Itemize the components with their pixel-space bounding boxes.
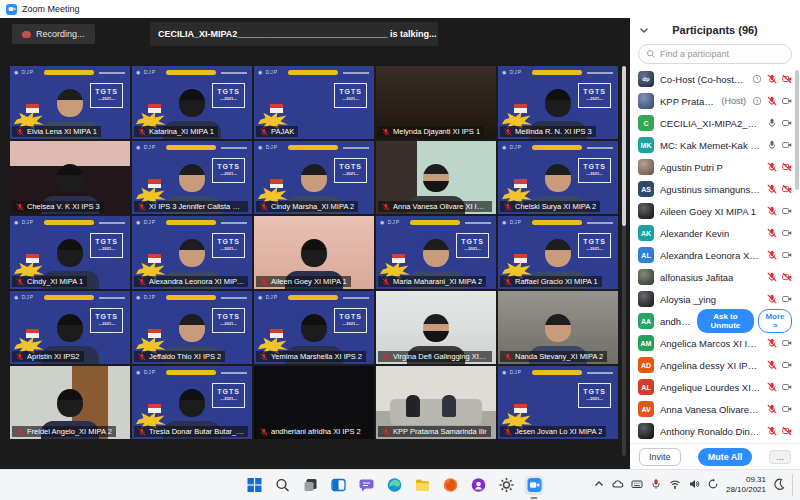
chevron-down-icon[interactable] bbox=[638, 24, 650, 36]
video-tile[interactable]: Chelsea V. K XI IPS 3 bbox=[10, 141, 130, 214]
video-tile[interactable]: ◉ DJP TGTS—2021— Maria Maharani_XI MIPA … bbox=[376, 216, 496, 289]
participant-row[interactable]: AM Angelica Marcos XI IPS 2 bbox=[630, 332, 800, 354]
video-tile[interactable]: ◉ DJP TGTS—2021— Cindy Marsha_XI MIPA 2 bbox=[254, 141, 374, 214]
video-tile[interactable]: ◉ DJP TGTS—2021— Elvia Lena XI MIPA 1 bbox=[10, 66, 130, 139]
indonesia-flag-graphic bbox=[270, 104, 283, 113]
participant-row[interactable]: AA andher...Ask to UnmuteMore > bbox=[630, 310, 800, 332]
video-tile[interactable]: andheriani afridha XI IPS 2 bbox=[254, 366, 374, 439]
participant-status-icons bbox=[752, 96, 792, 106]
participant-row[interactable]: AK Alexander Kevin bbox=[630, 222, 800, 244]
file-explorer-icon[interactable] bbox=[413, 476, 432, 495]
firefox-icon[interactable] bbox=[441, 476, 460, 495]
video-tile[interactable]: ◉ DJP TGTS—2021— Yemima Marshella XI IPS… bbox=[254, 291, 374, 364]
video-tile[interactable]: ◉ DJP TGTS—2021— Katarina_XI MIPA 1 bbox=[132, 66, 252, 139]
participant-name: alfonasius Jafitaa bbox=[660, 272, 733, 283]
more-options-button[interactable]: ... bbox=[769, 450, 791, 464]
video-tile[interactable]: ◉ DJP TGTS—2021— Jesen Jovan Lo XI MIPA … bbox=[498, 366, 618, 439]
search-icon[interactable] bbox=[273, 476, 292, 495]
video-on-icon bbox=[782, 118, 792, 128]
recording-clock-icon bbox=[752, 74, 762, 84]
chat-icon[interactable] bbox=[357, 476, 376, 495]
participant-row[interactable]: AL Alexandra Leonora XI MIPA 2 bbox=[630, 244, 800, 266]
video-tile[interactable]: ◉ DJP TGTS—2021— XI IPS 3 Jennifer Calis… bbox=[132, 141, 252, 214]
participant-row[interactable]: C CECILIA_XI-MIPA2____________. bbox=[630, 112, 800, 134]
video-tile[interactable]: ◉ DJP TGTS—2021— Jeffaldo Thio XI IPS 2 bbox=[132, 291, 252, 364]
settings-icon[interactable] bbox=[497, 476, 516, 495]
participant-name: Co-Host (Co-host, me) bbox=[660, 74, 746, 85]
participant-row[interactable]: AD Angelina dessy XI IPS 2 bbox=[630, 354, 800, 376]
widgets-icon[interactable] bbox=[329, 476, 348, 495]
mic-muted-icon bbox=[767, 382, 777, 392]
keyboard-icon[interactable] bbox=[631, 476, 643, 494]
video-tile[interactable]: ◉ DJP TGTS—2021— PAJAK bbox=[254, 66, 374, 139]
focus-moon-icon[interactable] bbox=[773, 476, 785, 494]
participant-avatar: AL bbox=[638, 379, 654, 395]
ask-to-unmute-button[interactable]: Ask to Unmute bbox=[697, 309, 754, 333]
tile-banner-graphic bbox=[288, 70, 338, 75]
show-desktop-button[interactable] bbox=[792, 474, 796, 496]
djp-logo-icon: ◉ DJP bbox=[502, 69, 522, 75]
tile-name-label: Chelski Surya XI MIPA 2 bbox=[500, 201, 600, 212]
video-tile[interactable]: Nanda Stevany_XI MIPA 2 bbox=[498, 291, 618, 364]
tray-expand-icon[interactable] bbox=[593, 476, 605, 494]
participant-row[interactable]: AV Anna Vanesa Olivare XI Ips 2. bbox=[630, 398, 800, 420]
participant-row[interactable]: alfonasius Jafitaa bbox=[630, 266, 800, 288]
taskbar-clock[interactable]: 09.3128/10/2021 bbox=[726, 475, 766, 495]
video-tile[interactable]: ◉ DJP TGTS—2021— Tresia Donar Butar Buta… bbox=[132, 366, 252, 439]
participant-row[interactable]: dp Co-Host (Co-host, me) bbox=[630, 68, 800, 90]
onedrive-icon[interactable] bbox=[612, 476, 624, 494]
video-tile[interactable]: Freidel Angelo_XI MIPA 2 bbox=[10, 366, 130, 439]
participant-row[interactable]: MK MC: Kak Memet-Kak Felly bbox=[630, 134, 800, 156]
djp-logo-icon: ◉ DJP bbox=[258, 294, 278, 300]
video-tile[interactable]: ◉ DJP TGTS—2021— Alexandra Leonora XI MI… bbox=[132, 216, 252, 289]
gallery-scrollbar[interactable] bbox=[622, 66, 626, 456]
participant-row[interactable]: Agustin Putri P bbox=[630, 156, 800, 178]
app-purple-icon[interactable] bbox=[469, 476, 488, 495]
participant-row[interactable]: Aileen Goey XI MIPA 1 bbox=[630, 200, 800, 222]
participants-scrollbar[interactable] bbox=[795, 70, 799, 190]
task-view-icon[interactable] bbox=[301, 476, 320, 495]
participant-avatar bbox=[638, 159, 654, 175]
invite-button[interactable]: Invite bbox=[639, 448, 681, 466]
zoom-icon[interactable] bbox=[525, 476, 544, 495]
tile-name-label: Anna Vanesa Olivare XI Ips 2. bbox=[378, 201, 492, 212]
tile-url-text bbox=[221, 147, 247, 149]
start-icon[interactable] bbox=[245, 476, 264, 495]
participant-row[interactable]: AS Agustinus simangunsong XI ips 3 bbox=[630, 178, 800, 200]
volume-icon[interactable] bbox=[688, 476, 700, 494]
video-tile[interactable]: ◉ DJP TGTS—2021— Meilinda R. N. XI IPS 3 bbox=[498, 66, 618, 139]
video-tile[interactable]: ◉ DJP TGTS—2021— Raffael Gracio XI MIPA … bbox=[498, 216, 618, 289]
video-tile[interactable]: Anna Vanesa Olivare XI Ips 2. bbox=[376, 141, 496, 214]
video-tile[interactable]: ◉ DJP TGTS—2021— Apristin XI IPS2 bbox=[10, 291, 130, 364]
video-tile[interactable]: Virgina Defi Galingging XI MIP... bbox=[376, 291, 496, 364]
sync-icon[interactable] bbox=[707, 476, 719, 494]
participant-row[interactable]: Aloysia _ying bbox=[630, 288, 800, 310]
participant-avatar bbox=[638, 203, 654, 219]
video-tile[interactable]: ◉ DJP TGTS—2021— Cindy_XI MIPA 1 bbox=[10, 216, 130, 289]
video-tile[interactable]: Melynda Djayanti XI IPS 1 bbox=[376, 66, 496, 139]
djp-logo-icon: ◉ DJP bbox=[136, 369, 156, 375]
mic-icon[interactable] bbox=[650, 476, 662, 494]
video-on-icon bbox=[782, 250, 792, 260]
participant-more-button[interactable]: More > bbox=[758, 309, 792, 333]
active-speaker-text: CECILIA_XI-MIPA2________________________… bbox=[158, 29, 437, 39]
participant-row[interactable]: Anthony Ronaldo Dinata Sarwo... bbox=[630, 420, 800, 442]
video-tile[interactable]: ◉ DJP TGTS—2021— Chelski Surya XI MIPA 2 bbox=[498, 141, 618, 214]
taskbar-system-tray: 09.3128/10/2021 bbox=[593, 470, 796, 500]
participant-row[interactable]: AL Angelique Lourdes XI IPS 1 bbox=[630, 376, 800, 398]
participant-search-input[interactable]: Find a participant bbox=[638, 44, 792, 64]
video-tile[interactable]: KPP Pratama Samarinda Ilir bbox=[376, 366, 496, 439]
edge-icon[interactable] bbox=[385, 476, 404, 495]
mic-muted-icon bbox=[138, 278, 146, 286]
clock-time: 09.31 bbox=[726, 475, 766, 485]
mute-all-button[interactable]: Mute All bbox=[698, 448, 753, 466]
participants-title: Participants (96) bbox=[672, 24, 758, 36]
tgts-logo: TGTS—2021— bbox=[578, 383, 611, 408]
participant-row[interactable]: KPP Pratama Samari...(Host) bbox=[630, 90, 800, 112]
mic-muted-icon bbox=[767, 272, 777, 282]
tile-url-text bbox=[587, 222, 613, 224]
wifi-icon[interactable] bbox=[669, 476, 681, 494]
recording-indicator[interactable]: Recording... bbox=[12, 24, 95, 44]
video-tile[interactable]: Aileen Goey XI MIPA 1 bbox=[254, 216, 374, 289]
participant-search-placeholder: Find a participant bbox=[660, 49, 729, 59]
